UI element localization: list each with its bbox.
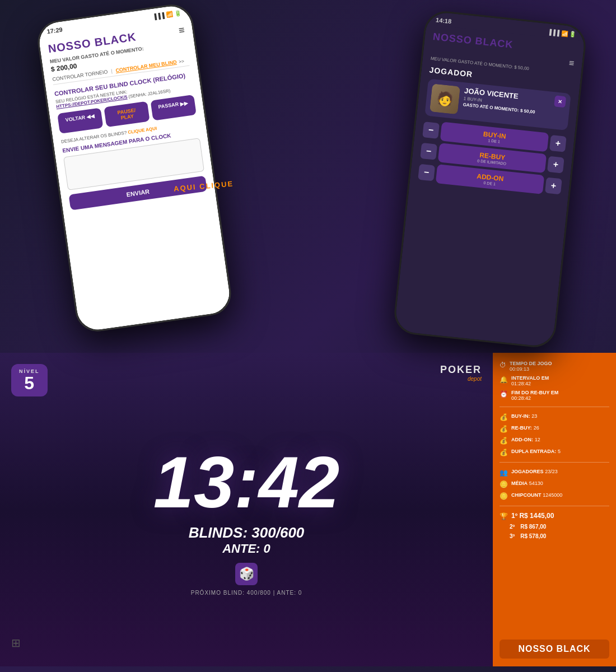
buyin-minus-btn[interactable]: − xyxy=(422,122,440,139)
fim-rebuy-value: 00:28:42 xyxy=(511,395,558,401)
controls-icon[interactable]: ⊞ xyxy=(11,636,21,650)
media-label: MÉDIA xyxy=(511,480,528,486)
poker-brand: POKER xyxy=(440,364,482,376)
depot-brand: depot xyxy=(440,376,482,382)
left-status-icons: ▐▐▐ 📶 🔋 xyxy=(152,10,181,20)
prize1-value: R$ 1445,00 xyxy=(519,512,554,520)
battery-icon: 🔋 xyxy=(174,10,181,17)
players-icon: 👥 xyxy=(500,469,508,477)
clock-time-display: 13:42 xyxy=(153,446,340,519)
side-prize2-row: 2º R$ 867,00 xyxy=(500,524,609,530)
right-signal-icon: ▐▐▐ xyxy=(547,29,559,36)
blind-change-link[interactable]: CLIQUE AQUI xyxy=(128,126,157,135)
avatar-image: 🧑 xyxy=(430,83,460,114)
phone-left: 17:29 ▐▐▐ 📶 🔋 NOSSO BLACK ≡ MEU VALOR GA… xyxy=(35,2,234,334)
phone-right: 14:18 ▐▐▐ 📶 🔋 NOSSO BLACK ≡ MEU VALOR GA… xyxy=(392,9,587,349)
poker-logo: POKER depot xyxy=(440,364,482,382)
dupla-label: DUPLA ENTRADA: xyxy=(511,449,556,454)
jogadores-value: 23/23 xyxy=(545,469,558,474)
side-media-row: 🪙 MÉDIA 54130 xyxy=(500,480,609,488)
side-tempo-row: ⏱ TEMPO DE JOGO 00:09:13 xyxy=(500,361,609,372)
side-buyin-count-row: 💰 BUY-IN: 23 xyxy=(500,413,609,421)
chipcount-value: 1245000 xyxy=(543,492,562,498)
timer-icon: ⏰ xyxy=(500,390,508,398)
bell-icon: 🔔 xyxy=(500,376,508,384)
media-value: 54130 xyxy=(529,480,543,486)
addon-count-value: 12 xyxy=(535,437,540,442)
phones-area: 17:29 ▐▐▐ 📶 🔋 NOSSO BLACK ≡ MEU VALOR GA… xyxy=(0,0,616,364)
clock-main: NÍVEL 5 POKER depot 13:42 BLINDS: 300/60… xyxy=(0,353,493,666)
intervalo-value: 01:28:42 xyxy=(511,381,549,386)
coin-icon-1: 💰 xyxy=(500,413,508,421)
clock-section: NÍVEL 5 POKER depot 13:42 BLINDS: 300/60… xyxy=(0,353,616,666)
jogadores-label: JOGADORES xyxy=(511,469,544,474)
chips-icon-2: 🪙 xyxy=(500,492,508,500)
side-intervalo-row: 🔔 INTERVALO EM 01:28:42 xyxy=(500,375,609,386)
left-hamburger-icon[interactable]: ≡ xyxy=(178,24,185,36)
divider-3 xyxy=(500,506,609,506)
rebuy-count-value: 26 xyxy=(534,425,539,431)
left-phone-content: NOSSO BLACK ≡ MEU VALOR GASTO ATÉ O MOME… xyxy=(39,17,232,332)
left-phone-screen: 17:29 ▐▐▐ 📶 🔋 NOSSO BLACK ≡ MEU VALOR GA… xyxy=(37,4,232,333)
fim-rebuy-label: FIM DO RE-BUY EM xyxy=(511,390,558,395)
signal-icon: ▐▐▐ xyxy=(152,12,165,20)
addon-plus-btn[interactable]: + xyxy=(545,178,562,195)
close-button[interactable]: × xyxy=(554,95,566,108)
right-battery-icon: 🔋 xyxy=(569,31,576,38)
buyin-count-value: 23 xyxy=(531,413,537,419)
right-phone-screen: 14:18 ▐▐▐ 📶 🔋 NOSSO BLACK ≡ MEU VALOR GA… xyxy=(394,11,586,348)
coin-icon-2: 💰 xyxy=(500,425,508,433)
side-jogadores-row: 👥 JOGADORES 23/23 xyxy=(500,468,609,477)
rebuy-count-label: RE-BUY: xyxy=(511,425,532,431)
btn-voltar[interactable]: VOLTAR ◀◀ xyxy=(57,108,103,134)
scene: 17:29 ▐▐▐ 📶 🔋 NOSSO BLACK ≡ MEU VALOR GA… xyxy=(0,0,616,672)
side-dupla-row: 💰 DUPLA ENTRADA: 5 xyxy=(500,448,609,456)
dupla-value: 5 xyxy=(558,449,561,454)
right-wifi-icon: 📶 xyxy=(561,30,568,36)
wifi-icon: 📶 xyxy=(166,11,173,18)
btn-passar[interactable]: PASSAR ▶▶ xyxy=(151,95,197,121)
proximo-blind: PRÓXIMO BLIND: 400/800 | ANTE: 0 xyxy=(191,590,302,596)
player-info: JOÃO VICENTE 1 BUY-IN GASTO ATÉ O MOMENT… xyxy=(463,87,566,118)
tempo-label: TEMPO DE JOGO xyxy=(510,361,552,366)
tempo-value: 00:09:13 xyxy=(510,366,552,372)
blinds-text: BLINDS: 300/600 xyxy=(189,524,305,542)
side-footer-label: NOSSO BLACK xyxy=(500,640,609,659)
addon-count-label: ADD-ON: xyxy=(511,437,533,442)
clock-icon: ⏱ xyxy=(500,361,506,369)
side-addon-count-row: 💰 ADD-ON: 12 xyxy=(500,436,609,445)
trophy-icon: 🏆 xyxy=(500,512,508,520)
prize3-label: 3º xyxy=(510,533,515,539)
prize2-value: R$ 867,00 xyxy=(520,524,546,530)
prize3-value: R$ 578,00 xyxy=(520,533,546,539)
ante-text: ANTE: 0 xyxy=(222,542,270,556)
nav-arrow: >> xyxy=(179,58,185,64)
clock-senha: (SENHA: J2AL16SR) xyxy=(128,88,171,99)
buyin-count-label: BUY-IN: xyxy=(511,413,530,419)
divider-2 xyxy=(500,462,609,463)
nivel-badge: NÍVEL 5 xyxy=(11,364,48,396)
buyin-plus-btn[interactable]: + xyxy=(549,135,567,152)
rebuy-minus-btn[interactable]: − xyxy=(420,143,437,160)
side-rebuy-count-row: 💰 RE-BUY: 26 xyxy=(500,424,609,433)
addon-minus-btn[interactable]: − xyxy=(418,164,435,181)
side-rebuy-row: ⏰ FIM DO RE-BUY EM 00:28:42 xyxy=(500,390,609,401)
coin-icon-4: 💰 xyxy=(500,449,508,456)
side-prize3-row: 3º R$ 578,00 xyxy=(500,533,609,539)
clock-side-panel: ⏱ TEMPO DE JOGO 00:09:13 🔔 INTERVALO EM … xyxy=(493,353,616,666)
right-status-icons: ▐▐▐ 📶 🔋 xyxy=(547,29,576,38)
player-avatar: 🧑 xyxy=(430,83,460,114)
side-chipcount-row: 🪙 CHIPCOUNT 1245000 xyxy=(500,492,609,500)
rebuy-plus-btn[interactable]: + xyxy=(547,156,564,174)
prize2-label: 2º xyxy=(510,524,515,530)
intervalo-label: INTERVALO EM xyxy=(511,375,549,381)
side-prize1-row: 🏆 1º R$ 1445,00 xyxy=(500,512,609,520)
dice-icon: 🎲 xyxy=(235,563,258,585)
nivel-number: 5 xyxy=(19,374,40,392)
right-status-time: 14:18 xyxy=(436,16,452,25)
prize1-label: 1º xyxy=(511,512,517,520)
coin-icon-3: 💰 xyxy=(500,437,508,445)
right-phone-content: NOSSO BLACK ≡ MEU VALOR GASTO ATÉ O MOME… xyxy=(394,25,585,348)
btn-pause-play[interactable]: PAUSE/ PLAY xyxy=(104,101,150,128)
chipcount-label: CHIPCOUNT xyxy=(511,492,542,498)
